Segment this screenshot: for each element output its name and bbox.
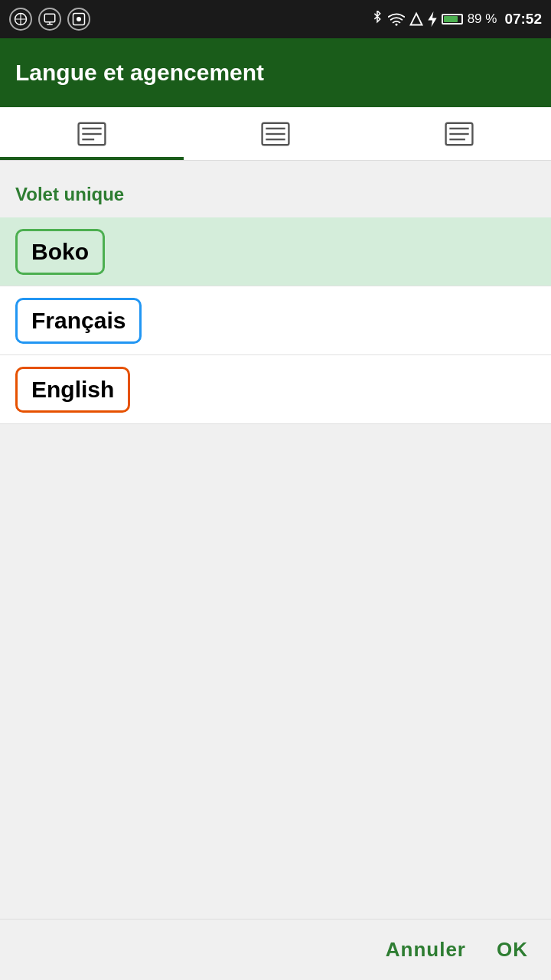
- app-icon-2: [38, 8, 61, 31]
- bottom-action-bar: Annuler OK: [0, 919, 551, 980]
- section-label: Volet unique: [0, 176, 551, 217]
- language-label-english: English: [15, 367, 130, 413]
- time-display: 07:52: [504, 11, 542, 28]
- svg-point-5: [77, 17, 81, 21]
- svg-rect-1: [44, 14, 55, 22]
- language-label-francais: Français: [15, 298, 142, 344]
- language-label-boko: Boko: [15, 229, 105, 275]
- tab-single-pane[interactable]: [0, 107, 184, 160]
- app-header: Langue et agencement: [0, 38, 551, 107]
- bluetooth-icon: [371, 11, 383, 28]
- bolt-icon: [428, 11, 437, 27]
- signal-icon: [409, 11, 423, 27]
- svg-point-6: [395, 24, 397, 26]
- cancel-button[interactable]: Annuler: [386, 938, 466, 962]
- language-item-english[interactable]: English: [0, 355, 551, 424]
- svg-marker-7: [410, 14, 422, 25]
- page-title: Langue et agencement: [15, 60, 264, 86]
- status-left-icons: [9, 8, 90, 31]
- language-item-boko[interactable]: Boko: [0, 217, 551, 286]
- content-area: Volet unique Boko Français English: [0, 161, 551, 439]
- battery-percent: 89 %: [468, 11, 497, 27]
- battery-indicator: [442, 14, 463, 24]
- status-right-icons: 89 % 07:52: [371, 11, 542, 28]
- app-icon-1: [9, 8, 32, 31]
- svg-marker-8: [428, 11, 436, 27]
- battery-fill: [444, 16, 458, 22]
- language-item-francais[interactable]: Français: [0, 286, 551, 355]
- ok-button[interactable]: OK: [497, 938, 528, 962]
- tab-bar: [0, 107, 551, 161]
- app-icon-3: [67, 8, 90, 31]
- language-list: Boko Français English: [0, 217, 551, 424]
- tab-three-pane[interactable]: [367, 107, 551, 160]
- tab-two-pane[interactable]: [184, 107, 367, 160]
- status-bar: 89 % 07:52: [0, 0, 551, 38]
- wifi-icon: [388, 12, 405, 26]
